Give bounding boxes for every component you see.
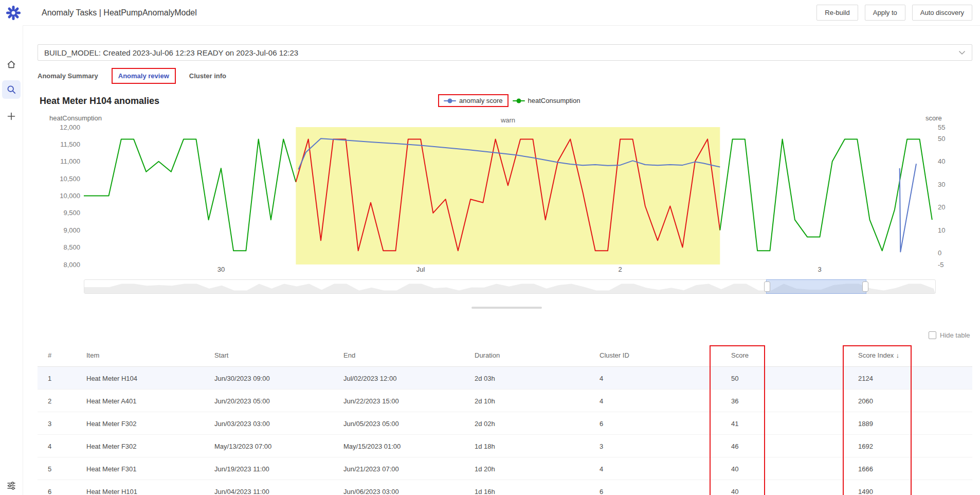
x-axis-tick: 2 — [618, 266, 622, 273]
left-axis-tick: 11,000 — [60, 157, 80, 165]
top-bar: Anomaly Tasks | HeatPumpAnomalyModel Re-… — [0, 0, 980, 26]
table-cell: 2d 10h — [475, 397, 495, 404]
hide-table-checkbox[interactable] — [929, 331, 936, 339]
chart-title: Heat Meter H104 anomalies — [40, 96, 159, 107]
magnifier-icon-glyph — [6, 84, 16, 95]
table-cell: May/15/2023 01:00 — [343, 442, 401, 450]
table-row[interactable]: 2Heat Meter A401Jun/20/2023 05:00Jun/22/… — [38, 390, 972, 412]
column-header-end[interactable]: End — [343, 351, 355, 359]
table-cell: 1d 16h — [475, 487, 495, 495]
column-header-start[interactable]: Start — [214, 351, 228, 359]
table-cell: 4 — [48, 442, 51, 450]
hide-table-control[interactable]: Hide table — [929, 331, 970, 339]
table-row[interactable]: 5Heat Meter F301Jun/19/2023 11:00Jun/21/… — [38, 457, 972, 480]
table-header-row: #ItemStartEndDurationCluster IDScoreScor… — [38, 344, 972, 367]
auto-discovery-button[interactable]: Auto discovery — [912, 5, 972, 21]
table-cell: Jun/05/2023 05:00 — [343, 419, 399, 427]
column-header-cluster-id[interactable]: Cluster ID — [600, 351, 629, 359]
table-cell: 1666 — [858, 465, 873, 472]
filters-icon[interactable] — [2, 476, 21, 495]
navigator-right-handle[interactable] — [862, 281, 868, 292]
apply-to-button[interactable]: Apply to — [865, 5, 905, 21]
anomaly-score-line — [900, 164, 916, 252]
column-header-score-index[interactable]: Score Index↓ — [858, 351, 899, 359]
heat-consumption-marker-icon — [513, 100, 525, 101]
tab-anomaly-summary[interactable]: Anomaly Summary — [38, 72, 98, 80]
table-cell: 1d 20h — [475, 465, 495, 472]
app-window: Anomaly Tasks | HeatPumpAnomalyModel Re-… — [0, 0, 980, 495]
left-axis-tick: 11,500 — [60, 140, 80, 148]
column-header-score[interactable]: Score — [731, 351, 749, 359]
table-cell: Jun/20/2023 05:00 — [214, 397, 270, 404]
table-cell: 6 — [600, 419, 603, 427]
chart-legend: anomaly score heatConsumption — [438, 94, 580, 107]
navigator-selection[interactable] — [766, 279, 866, 294]
chevron-down-icon — [958, 50, 966, 55]
home-icon[interactable] — [2, 55, 21, 74]
column-header--[interactable]: # — [48, 351, 51, 359]
table-cell: 1692 — [858, 442, 873, 450]
hide-table-label[interactable]: Hide table — [940, 331, 970, 339]
rebuild-button[interactable]: Re-build — [816, 5, 858, 21]
chart-navigator[interactable] — [84, 279, 936, 294]
app-logo-icon[interactable] — [5, 5, 22, 21]
table-cell: Jun/06/2023 03:00 — [343, 487, 399, 495]
left-axis-label: heatConsumption — [49, 114, 102, 122]
table-cell: Heat Meter F301 — [86, 465, 137, 472]
table-cell: Jun/03/2023 03:00 — [214, 419, 270, 427]
right-axis-tick: 20 — [938, 203, 945, 211]
legend-anomaly-score[interactable]: anomaly score — [438, 94, 509, 107]
left-axis-tick: 10,500 — [60, 175, 80, 183]
sort-descending-icon[interactable]: ↓ — [896, 351, 899, 359]
table-cell: Jun/21/2023 07:00 — [343, 465, 399, 472]
table-cell: Jun/04/2023 11:00 — [214, 487, 269, 495]
tab-cluster-info[interactable]: Cluster info — [189, 72, 226, 80]
table-cell: 2124 — [858, 374, 873, 382]
table-cell: 40 — [731, 487, 738, 495]
table-cell: 50 — [731, 374, 738, 382]
anomaly-chart[interactable]: warnheatConsumptionscore12,00011,50011,0… — [0, 113, 980, 278]
table-cell: 5 — [48, 465, 51, 472]
table-cell: 2 — [48, 397, 51, 404]
table-row[interactable]: 1Heat Meter H104Jun/30/2023 09:00Jul/02/… — [38, 367, 972, 390]
right-axis-tick: 10 — [938, 226, 945, 234]
table-cell: 4 — [600, 465, 603, 472]
search-icon[interactable] — [2, 80, 21, 99]
table-cell: May/13/2023 07:00 — [214, 442, 271, 450]
legend-anomaly-score-label: anomaly score — [459, 97, 503, 104]
left-axis-tick: 12,000 — [60, 123, 80, 131]
column-header-duration[interactable]: Duration — [475, 351, 500, 359]
model-selector[interactable]: BUILD_MODEL: Created 2023-Jul-06 12:23 R… — [38, 44, 972, 61]
column-header-item[interactable]: Item — [86, 351, 99, 359]
navigator-left-handle[interactable] — [764, 281, 770, 292]
left-axis-tick: 9,500 — [63, 209, 80, 217]
warn-label: warn — [500, 116, 515, 124]
table-row[interactable]: 6Heat Meter H101Jun/04/2023 11:00Jun/06/… — [38, 480, 972, 495]
table-cell: 3 — [600, 442, 603, 450]
right-axis-tick: 30 — [938, 181, 945, 188]
x-axis-tick: Jul — [416, 266, 425, 273]
table-cell: 1889 — [858, 419, 873, 427]
chart-canvas[interactable]: warnheatConsumptionscore12,00011,50011,0… — [0, 113, 980, 278]
table-row[interactable]: 3Heat Meter F302Jun/03/2023 03:00Jun/05/… — [38, 412, 972, 435]
table-cell: 41 — [731, 419, 738, 427]
tab-anomaly-review[interactable]: Anomaly review — [112, 68, 176, 84]
right-axis-tick: 55 — [938, 123, 945, 131]
table-cell: 2060 — [858, 397, 873, 404]
table-cell: Heat Meter A401 — [86, 397, 137, 404]
table-cell: 6 — [600, 487, 603, 495]
splitter-handle[interactable] — [471, 307, 542, 309]
page-title: Anomaly Tasks | HeatPumpAnomalyModel — [42, 0, 197, 25]
model-selector-text: BUILD_MODEL: Created 2023-Jul-06 12:23 R… — [44, 48, 298, 57]
legend-heat-consumption[interactable]: heatConsumption — [513, 97, 580, 104]
legend-heat-consumption-label: heatConsumption — [528, 97, 580, 104]
pinwheel-logo-icon — [6, 5, 21, 21]
table-row[interactable]: 4Heat Meter F302May/13/2023 07:00May/15/… — [38, 435, 972, 457]
warn-region — [296, 127, 720, 264]
table-cell: 46 — [731, 442, 738, 450]
table-cell: Jun/30/2023 09:00 — [214, 374, 270, 382]
table-cell: Heat Meter F302 — [86, 442, 137, 450]
table-cell: Heat Meter H104 — [86, 374, 137, 382]
table-cell: Heat Meter H101 — [86, 487, 137, 495]
heat-consumption-line — [84, 139, 296, 251]
